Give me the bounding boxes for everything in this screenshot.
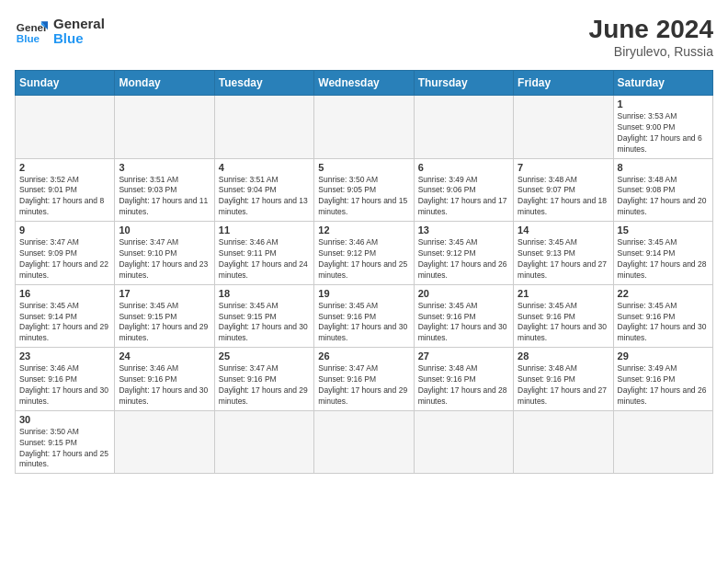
- calendar-row: 23 Sunrise: 3:46 AMSunset: 9:16 PMDaylig…: [16, 348, 713, 411]
- calendar-row: 30 Sunrise: 3:50 AMSunset: 9:15 PMDaylig…: [16, 410, 713, 474]
- day-cell-10: 10 Sunrise: 3:47 AMSunset: 9:10 PMDaylig…: [115, 222, 214, 285]
- header-friday: Friday: [514, 71, 613, 96]
- header-wednesday: Wednesday: [314, 71, 414, 96]
- day-cell-27: 27 Sunrise: 3:48 AMSunset: 9:16 PMDaylig…: [414, 348, 513, 411]
- day-cell-12: 12 Sunrise: 3:46 AMSunset: 9:12 PMDaylig…: [314, 222, 414, 285]
- empty-cell: [214, 410, 313, 474]
- weekday-header-row: Sunday Monday Tuesday Wednesday Thursday…: [16, 71, 713, 96]
- empty-cell: [514, 96, 613, 159]
- empty-cell: [613, 410, 712, 474]
- day-info-2: Sunrise: 3:52 AMSunset: 9:01 PMDaylight:…: [19, 175, 110, 219]
- empty-cell: [414, 410, 513, 474]
- day-info-18: Sunrise: 3:45 AMSunset: 9:15 PMDaylight:…: [219, 301, 310, 345]
- day-number-22: 22: [618, 288, 709, 299]
- day-cell-14: 14 Sunrise: 3:45 AMSunset: 9:13 PMDaylig…: [514, 222, 613, 285]
- day-info-28: Sunrise: 3:48 AMSunset: 9:16 PMDaylight:…: [518, 363, 609, 408]
- day-info-23: Sunrise: 3:46 AMSunset: 9:16 PMDaylight:…: [19, 363, 110, 408]
- day-info-5: Sunrise: 3:50 AMSunset: 9:05 PMDaylight:…: [318, 175, 409, 219]
- day-info-16: Sunrise: 3:45 AMSunset: 9:14 PMDaylight:…: [19, 301, 110, 345]
- logo-blue-text: Blue: [53, 31, 105, 47]
- calendar-row: 9 Sunrise: 3:47 AMSunset: 9:09 PMDayligh…: [16, 222, 713, 285]
- day-number-8: 8: [618, 162, 709, 173]
- title-block: June 2024 Biryulevo, Russia: [589, 15, 713, 59]
- day-cell-1: 1 Sunrise: 3:53 AMSunset: 9:00 PMDayligh…: [613, 96, 712, 159]
- header-thursday: Thursday: [414, 71, 513, 96]
- calendar: Sunday Monday Tuesday Wednesday Thursday…: [15, 70, 713, 474]
- header-monday: Monday: [115, 71, 214, 96]
- month-year: June 2024: [589, 15, 713, 44]
- day-cell-4: 4 Sunrise: 3:51 AMSunset: 9:04 PMDayligh…: [214, 158, 313, 222]
- day-number-7: 7: [518, 162, 609, 173]
- calendar-row-1: 1 Sunrise: 3:53 AMSunset: 9:00 PMDayligh…: [16, 96, 713, 159]
- day-cell-7: 7 Sunrise: 3:48 AMSunset: 9:07 PMDayligh…: [514, 158, 613, 222]
- day-cell-21: 21 Sunrise: 3:45 AMSunset: 9:16 PMDaylig…: [514, 284, 613, 348]
- header: General Blue General Blue June 2024 Biry…: [15, 15, 713, 59]
- logo-icon: General Blue: [15, 15, 48, 48]
- day-number-14: 14: [518, 224, 609, 236]
- empty-cell: [214, 96, 313, 159]
- svg-text:Blue: Blue: [17, 32, 40, 44]
- day-number-4: 4: [219, 162, 310, 173]
- day-number-3: 3: [119, 162, 210, 173]
- day-cell-24: 24 Sunrise: 3:46 AMSunset: 9:16 PMDaylig…: [115, 348, 214, 411]
- day-info-20: Sunrise: 3:45 AMSunset: 9:16 PMDaylight:…: [418, 301, 509, 345]
- day-info-6: Sunrise: 3:49 AMSunset: 9:06 PMDaylight:…: [418, 175, 509, 219]
- day-cell-9: 9 Sunrise: 3:47 AMSunset: 9:09 PMDayligh…: [16, 222, 115, 285]
- day-number-1: 1: [618, 98, 709, 109]
- day-number-19: 19: [318, 288, 409, 299]
- day-number-18: 18: [219, 288, 310, 299]
- day-info-7: Sunrise: 3:48 AMSunset: 9:07 PMDaylight:…: [518, 175, 609, 219]
- day-info-15: Sunrise: 3:45 AMSunset: 9:14 PMDaylight:…: [618, 237, 709, 282]
- day-info-27: Sunrise: 3:48 AMSunset: 9:16 PMDaylight:…: [418, 363, 509, 408]
- day-number-10: 10: [119, 224, 210, 236]
- day-info-26: Sunrise: 3:47 AMSunset: 9:16 PMDaylight:…: [318, 363, 409, 408]
- header-sunday: Sunday: [16, 71, 115, 96]
- day-number-6: 6: [418, 162, 509, 173]
- day-info-8: Sunrise: 3:48 AMSunset: 9:08 PMDaylight:…: [618, 175, 709, 219]
- day-info-9: Sunrise: 3:47 AMSunset: 9:09 PMDaylight:…: [19, 237, 110, 282]
- empty-cell: [314, 410, 414, 474]
- header-tuesday: Tuesday: [214, 71, 313, 96]
- day-cell-13: 13 Sunrise: 3:45 AMSunset: 9:12 PMDaylig…: [414, 222, 513, 285]
- header-saturday: Saturday: [613, 71, 712, 96]
- day-number-5: 5: [318, 162, 409, 173]
- day-number-17: 17: [119, 288, 210, 299]
- day-info-4: Sunrise: 3:51 AMSunset: 9:04 PMDaylight:…: [219, 175, 310, 219]
- location: Biryulevo, Russia: [589, 44, 713, 59]
- day-number-21: 21: [518, 288, 609, 299]
- calendar-row: 2 Sunrise: 3:52 AMSunset: 9:01 PMDayligh…: [16, 158, 713, 222]
- empty-cell: [115, 410, 214, 474]
- day-info-3: Sunrise: 3:51 AMSunset: 9:03 PMDaylight:…: [119, 175, 210, 219]
- logo-general-text: General: [53, 17, 105, 32]
- day-info-12: Sunrise: 3:46 AMSunset: 9:12 PMDaylight:…: [318, 237, 409, 282]
- empty-cell: [16, 96, 115, 159]
- day-cell-28: 28 Sunrise: 3:48 AMSunset: 9:16 PMDaylig…: [514, 348, 613, 411]
- day-info-19: Sunrise: 3:45 AMSunset: 9:16 PMDaylight:…: [318, 301, 409, 345]
- day-number-28: 28: [518, 350, 609, 362]
- day-number-23: 23: [19, 350, 110, 362]
- day-number-25: 25: [219, 350, 310, 362]
- day-cell-22: 22 Sunrise: 3:45 AMSunset: 9:16 PMDaylig…: [613, 284, 712, 348]
- day-number-15: 15: [618, 224, 709, 236]
- day-info-30: Sunrise: 3:50 AMSunset: 9:15 PMDaylight:…: [19, 427, 110, 471]
- day-cell-29: 29 Sunrise: 3:49 AMSunset: 9:16 PMDaylig…: [613, 348, 712, 411]
- day-info-24: Sunrise: 3:46 AMSunset: 9:16 PMDaylight:…: [119, 363, 210, 408]
- day-number-20: 20: [418, 288, 509, 299]
- day-cell-20: 20 Sunrise: 3:45 AMSunset: 9:16 PMDaylig…: [414, 284, 513, 348]
- day-number-27: 27: [418, 350, 509, 362]
- day-cell-23: 23 Sunrise: 3:46 AMSunset: 9:16 PMDaylig…: [16, 348, 115, 411]
- day-cell-17: 17 Sunrise: 3:45 AMSunset: 9:15 PMDaylig…: [115, 284, 214, 348]
- day-cell-25: 25 Sunrise: 3:47 AMSunset: 9:16 PMDaylig…: [214, 348, 313, 411]
- day-cell-30: 30 Sunrise: 3:50 AMSunset: 9:15 PMDaylig…: [16, 410, 115, 474]
- day-cell-5: 5 Sunrise: 3:50 AMSunset: 9:05 PMDayligh…: [314, 158, 414, 222]
- empty-cell: [115, 96, 214, 159]
- day-info-13: Sunrise: 3:45 AMSunset: 9:12 PMDaylight:…: [418, 237, 509, 282]
- day-number-26: 26: [318, 350, 409, 362]
- logo: General Blue General Blue: [15, 15, 105, 48]
- day-number-2: 2: [19, 162, 110, 173]
- day-number-29: 29: [618, 350, 709, 362]
- day-info-22: Sunrise: 3:45 AMSunset: 9:16 PMDaylight:…: [618, 301, 709, 345]
- day-cell-18: 18 Sunrise: 3:45 AMSunset: 9:15 PMDaylig…: [214, 284, 313, 348]
- day-number-11: 11: [219, 224, 310, 236]
- day-cell-19: 19 Sunrise: 3:45 AMSunset: 9:16 PMDaylig…: [314, 284, 414, 348]
